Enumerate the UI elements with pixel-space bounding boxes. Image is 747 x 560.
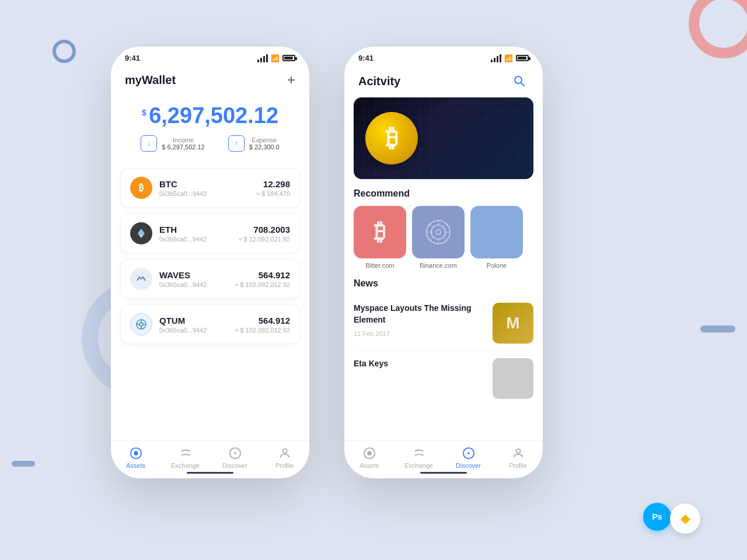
news-1-img: M (493, 303, 533, 344)
nav-profile-label-1: Profile (275, 462, 294, 469)
expense-icon: ↑ (228, 135, 245, 152)
nav-discover-1[interactable]: Discover (210, 447, 260, 469)
bottom-nav-2: Assets Exchange Discover Profile (344, 440, 543, 478)
income-expense-row: ↓ Income $ 6,297,502.12 ↑ Expense $ 22,3… (125, 135, 295, 152)
svg-text:₿: ₿ (374, 219, 386, 244)
waves-icon (130, 268, 152, 290)
nav-exchange-label-2: Exchange (404, 462, 433, 469)
btc-amount: 12.298 (256, 179, 290, 189)
bitter-label: Bitter.com (366, 262, 395, 269)
nav-exchange-label-1: Exchange (171, 462, 200, 469)
wallet-title: myWallet (125, 74, 176, 87)
activity-title: Acitvity (358, 75, 400, 88)
svg-line-26 (430, 237, 433, 241)
news-2-img (493, 358, 533, 399)
eth-name: ETH (159, 225, 238, 235)
waves-usd: ≈ $ 102,092,012.92 (235, 281, 290, 288)
news-2-content: Eta Keys (354, 358, 486, 399)
nav-assets-label-1: Assets (126, 462, 145, 469)
nav-exchange-1[interactable]: Exchange (160, 447, 210, 469)
search-button[interactable] (510, 72, 529, 90)
svg-point-28 (367, 451, 371, 455)
svg-point-18 (436, 230, 441, 235)
nav-profile-1[interactable]: Profile (260, 447, 309, 469)
svg-point-9 (134, 451, 138, 455)
recommend-title: Recommend (354, 188, 533, 199)
nav-profile-2[interactable]: Profile (493, 447, 543, 469)
btc-usd: ≈ $ 184,470 (256, 190, 290, 197)
eth-addr: 0x3b5ca0...9442 (159, 236, 238, 243)
wallet-header: myWallet + (111, 67, 309, 97)
status-icons-1: 📶 (257, 54, 295, 62)
income-value: $ 6,297,502.12 (162, 144, 204, 150)
svg-point-30 (467, 452, 470, 454)
qtum-amount: 564.912 (235, 316, 290, 326)
activity-content: ₿ Bitcoin Recommend ₿ Bitter.com (344, 97, 543, 440)
profile-icon (278, 447, 291, 460)
news-item-2[interactable]: Eta Keys (354, 351, 533, 406)
time-1: 9:41 (125, 54, 140, 62)
phone-wallet: 9:41 📶 myWallet + $ 6,297,502. (111, 47, 309, 478)
svg-point-3 (139, 323, 143, 326)
eth-info: ETH 0x3b5ca0...9442 (159, 225, 238, 243)
nav-assets-1[interactable]: Assets (111, 447, 160, 469)
news-item-1[interactable]: Myspace Layouts The Missing Element 11 F… (354, 296, 533, 351)
balance-amount: 6,297,502.12 (149, 103, 278, 128)
qtum-usd: ≈ $ 102,092,012.92 (235, 327, 290, 334)
btc-addr: 0x3b5ca0...9442 (159, 190, 256, 197)
btc-icon: ₿ (130, 177, 152, 199)
bg-decoration-rect-right (700, 326, 735, 332)
ps-label: Ps (652, 512, 662, 522)
recommend-cards: ₿ Bitter.com (354, 206, 533, 269)
svg-line-23 (430, 223, 433, 227)
nav-exchange-2[interactable]: Exchange (394, 447, 444, 469)
svg-point-13 (515, 76, 522, 83)
bottom-nav-1: Assets Exchange Discover Profile (111, 440, 309, 478)
sketch-label: ◆ (680, 511, 690, 526)
expense-label: Expense (249, 136, 280, 144)
rec-card-polone[interactable]: Polone (470, 206, 523, 269)
activity-header: Acitvity (344, 67, 543, 97)
add-button[interactable]: + (287, 72, 295, 88)
wifi-icon-2: 📶 (504, 54, 513, 62)
waves-name: WAVES (159, 270, 235, 280)
news-1-content: Myspace Layouts The Missing Element 11 F… (354, 303, 486, 344)
qtum-name: QTUM (159, 316, 235, 326)
rec-card-binance[interactable]: Binance.com (412, 206, 465, 269)
discover-icon (229, 447, 242, 460)
news-title: News (354, 278, 533, 289)
binance-label: Binance.com (420, 262, 457, 269)
profile-icon-2 (512, 447, 525, 460)
bg-decoration-circle-blue (53, 40, 76, 63)
nav-discover-2[interactable]: Discover (444, 447, 493, 469)
nav-profile-label-2: Profile (509, 462, 527, 469)
currency-symbol: $ (142, 108, 146, 117)
income-item: ↓ Income $ 6,297,502.12 (141, 135, 204, 152)
signal-icon (257, 54, 268, 62)
bg-decoration-circle-pink (689, 0, 747, 58)
eth-value: 708.2003 ≈ $ 12,092,021.92 (238, 225, 290, 243)
binance-card-img (412, 206, 465, 258)
btc-name: BTC (159, 179, 256, 189)
nav-assets-2[interactable]: Assets (344, 447, 394, 469)
phones-container: 9:41 📶 myWallet + $ 6,297,502. (111, 47, 543, 478)
expense-value: $ 22,300.0 (249, 144, 280, 150)
battery-icon (282, 55, 295, 61)
phone-activity: 9:41 📶 Acitvity (344, 47, 543, 478)
nav-assets-label-2: Assets (359, 462, 379, 469)
qtum-icon (130, 313, 152, 335)
rec-card-bitter[interactable]: ₿ Bitter.com (354, 206, 406, 269)
coin-item-eth[interactable]: ETH 0x3b5ca0...9442 708.2003 ≈ $ 12,092,… (120, 214, 300, 253)
assets-icon-2 (363, 447, 376, 460)
coin-item-qtum[interactable]: QTUM 0x3b5ca0...9442 564.912 ≈ $ 102,092… (120, 304, 300, 344)
svg-line-14 (521, 83, 524, 86)
coin-item-btc[interactable]: ₿ BTC 0x3b5ca0...9442 12.298 ≈ $ 184,470 (120, 168, 300, 208)
coin-item-waves[interactable]: WAVES 0x3b5ca0...9442 564.912 ≈ $ 102,09… (120, 259, 300, 299)
news-1-title: Myspace Layouts The Missing Element (354, 303, 486, 326)
status-icons-2: 📶 (491, 54, 529, 62)
status-bar-2: 9:41 📶 (344, 47, 543, 67)
bitcoin-banner[interactable]: ₿ Bitcoin (354, 97, 533, 179)
svg-line-24 (444, 237, 447, 241)
qtum-info: QTUM 0x3b5ca0...9442 (159, 316, 235, 334)
exchange-icon (179, 447, 192, 460)
